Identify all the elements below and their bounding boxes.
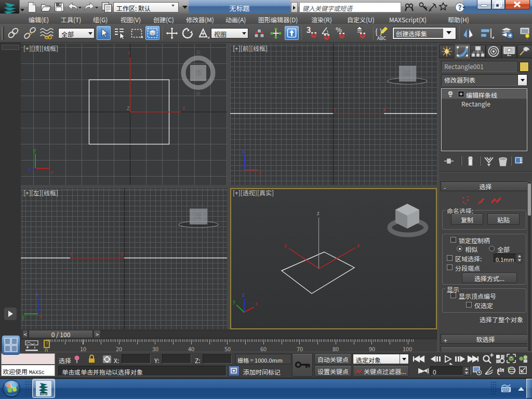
svg-text:y: y <box>233 297 236 305</box>
svg-text:z: z <box>36 290 38 298</box>
svg-text:[+][顶][线框]: [+][顶][线框] <box>23 44 58 52</box>
svg-text:Y: Y <box>333 107 336 113</box>
svg-text:x: x <box>50 168 53 176</box>
svg-text:y: y <box>33 145 36 153</box>
svg-text:z: z <box>242 290 245 298</box>
svg-text:3: 3 <box>307 25 311 35</box>
svg-text:后: 后 <box>196 49 201 56</box>
svg-text:y: y <box>284 241 287 249</box>
svg-text:x: x <box>39 313 42 320</box>
svg-text:z: z <box>242 147 245 154</box>
svg-text:max: max <box>41 392 47 396</box>
svg-text:X: X <box>383 107 386 113</box>
svg-text:前: 前 <box>196 90 201 97</box>
svg-text:[+][前][线框]: [+][前][线框] <box>233 44 268 52</box>
svg-text:?: ? <box>458 2 461 12</box>
svg-text:x: x <box>255 299 258 307</box>
svg-text:z: z <box>317 209 320 217</box>
svg-text:Y: Y <box>127 50 130 57</box>
svg-text:顶: 顶 <box>195 68 201 77</box>
svg-text:x: x <box>357 241 360 249</box>
svg-text:z: z <box>28 165 31 172</box>
svg-text:[+][左][线框]: [+][左][线框] <box>23 188 58 197</box>
svg-text:x: x <box>259 168 261 176</box>
svg-text:Y: Y <box>69 251 72 258</box>
svg-text:X: X <box>182 105 185 112</box>
svg-text:ABC: ABC <box>377 35 386 41</box>
svg-text:前: 前 <box>404 68 410 78</box>
svg-text:y: y <box>22 313 25 321</box>
svg-text:[+][透视][真实]: [+][透视][真实] <box>233 189 274 197</box>
svg-text:X: X <box>121 251 124 258</box>
svg-text:左: 左 <box>195 210 202 220</box>
svg-text:Z: Z <box>127 105 129 112</box>
